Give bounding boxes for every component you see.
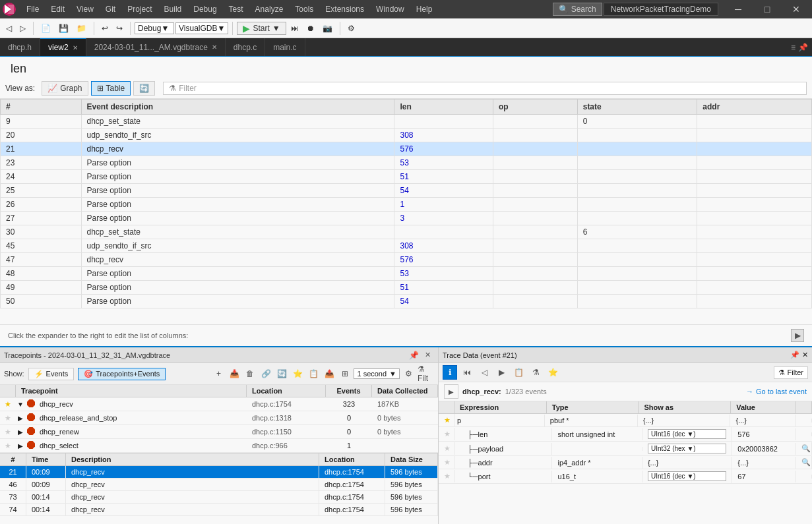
next-event-button[interactable]: ▶ [494, 365, 509, 380]
list-item[interactable]: 46 00:09 dhcp_recv dhcp.c:1754 596 bytes [0, 479, 438, 491]
save-all-button[interactable]: 💾 [55, 22, 72, 35]
star-cell[interactable]: ★ [439, 456, 454, 469]
menu-project[interactable]: Project [122, 2, 157, 16]
tab-list-icon[interactable]: ≡ [791, 43, 796, 52]
list-item[interactable]: 74 00:14 dhcp_recv dhcp.c:1754 596 bytes [0, 504, 438, 516]
data-table-scroll[interactable]: # Event description len op state addr 9d… [0, 99, 812, 324]
goto-last-button[interactable]: → Go to last event [746, 388, 807, 395]
menu-test[interactable]: Test [224, 2, 249, 16]
search-icon[interactable]: 🔍 [801, 444, 811, 452]
list-item[interactable]: ★ ▶ dhcp_release_and_stop dhcp.c:1318 0 … [0, 411, 438, 425]
table-row[interactable]: 25Parse option54 [1, 184, 812, 198]
minimize-button[interactable]: ─ [725, 0, 751, 18]
export-button[interactable]: 📤 [322, 366, 336, 381]
star-cell[interactable]: ★ [0, 398, 16, 411]
platform-dropdown[interactable]: VisualGDB ▼ [175, 22, 228, 34]
next-event2-button[interactable]: 📋 [511, 365, 526, 380]
trace-close-button[interactable]: ✕ [802, 351, 808, 359]
star-cell[interactable]: ★ [439, 442, 454, 455]
list-item[interactable]: ★ ▼ dhcp_recv dhcp.c:1754 323 187KB [0, 397, 438, 411]
table-view-button[interactable]: ⊞ Table [91, 81, 131, 96]
debug-config-dropdown[interactable]: Debug ▼ [135, 22, 174, 34]
back-button[interactable]: ◁ [3, 22, 15, 35]
list-item[interactable]: 21 00:09 dhcp_recv dhcp.c:1754 596 bytes [0, 466, 438, 479]
columns-button[interactable]: ⊞ [338, 366, 352, 381]
expand-cell[interactable]: ▶ [16, 413, 25, 424]
showas-cell[interactable]: UInt16 (dec ▼) [642, 427, 732, 441]
menu-window[interactable]: Window [371, 2, 410, 16]
search-cell[interactable]: 🔍 [796, 456, 812, 469]
showas-dropdown[interactable]: UInt16 (dec ▼) [648, 429, 726, 439]
trace-pin-icon[interactable]: 📌 [790, 351, 799, 359]
redo-button[interactable]: ↪ [113, 22, 126, 35]
forward-button[interactable]: ▷ [16, 22, 29, 35]
expand-cell[interactable]: ▶ [16, 440, 25, 451]
showas-dropdown[interactable]: UInt32 (hex ▼) [648, 444, 726, 453]
expand-all-button[interactable]: ▶ [444, 384, 458, 399]
table-row[interactable]: 9dhcp_set_state0 [1, 115, 812, 129]
refresh-tp-button[interactable]: 🔄 [274, 366, 289, 381]
table-row[interactable]: 50Parse option54 [1, 295, 812, 308]
star-cell[interactable]: ★ [0, 412, 16, 424]
camera-button[interactable]: 📷 [319, 22, 336, 35]
star-tp-button[interactable]: ⭐ [290, 366, 305, 381]
table-row[interactable]: 20udp_sendto_if_src308 [1, 129, 812, 142]
list-item[interactable]: 73 00:14 dhcp_recv dhcp.c:1754 596 bytes [0, 491, 438, 504]
menu-analyze[interactable]: Analyze [250, 2, 289, 16]
star-cell[interactable]: ★ [439, 428, 454, 440]
maximize-button[interactable]: □ [754, 0, 780, 18]
start-button[interactable]: ▶ Start ▼ [237, 22, 286, 35]
search-cell[interactable]: 🔍 [796, 442, 812, 455]
menu-extensions[interactable]: Extensions [320, 2, 369, 16]
list-item[interactable]: ★ ├─len short unsigned int UInt16 (dec ▼… [439, 427, 812, 442]
table-row[interactable]: 23Parse option53 [1, 156, 812, 170]
record-button[interactable]: ⏺ [303, 22, 318, 35]
tab-mainc[interactable]: main.c [265, 38, 305, 56]
list-item[interactable]: ★ ▶ dhcp_renew dhcp.c:1150 0 0 bytes [0, 425, 438, 439]
tab-vgdbtrace-close[interactable]: ✕ [212, 44, 217, 51]
pin-icon[interactable]: 📌 [409, 351, 419, 360]
add-tp-button[interactable]: + [211, 366, 226, 381]
table-row[interactable]: 27Parse option3 [1, 212, 812, 225]
view-filter[interactable]: ⚗ Filter [163, 82, 807, 95]
import-button[interactable]: 📥 [227, 366, 241, 381]
close-panel-button[interactable]: ✕ [422, 349, 434, 361]
table-row[interactable]: 26Parse option1 [1, 198, 812, 212]
list-item[interactable]: ★ ▶ dhcp_select dhcp.c:966 1 [0, 439, 438, 453]
step-over-button[interactable]: ⏭ [288, 22, 302, 35]
star-cell[interactable]: ★ [0, 426, 16, 438]
expand-cell[interactable]: ▼ [16, 399, 25, 410]
list-item[interactable]: ★ ├─addr ip4_addr * {...} {...} 🔍 [439, 456, 812, 469]
table-row[interactable]: 30dhcp_set_state6 [1, 225, 812, 239]
open-file-button[interactable]: 📁 [73, 22, 90, 35]
search-icon[interactable]: 🔍 [801, 458, 811, 466]
table-row[interactable]: 24Parse option51 [1, 170, 812, 184]
prev-event2-button[interactable]: ◁ [477, 365, 491, 380]
showas-cell[interactable]: UInt16 (dec ▼) [642, 469, 732, 483]
events-toggle[interactable]: ⚡ Events [28, 368, 75, 380]
undo-button[interactable]: ↩ [98, 22, 111, 35]
refresh-button[interactable]: 🔄 [133, 81, 155, 96]
menu-view[interactable]: View [71, 2, 99, 16]
menu-git[interactable]: Git [100, 2, 121, 16]
tab-view2[interactable]: view2 ✕ [40, 38, 86, 56]
star2-button[interactable]: ⭐ [546, 365, 560, 380]
trace-filter[interactable]: ⚗ Filter [774, 366, 808, 379]
new-file-button[interactable]: 📄 [38, 22, 54, 35]
tab-pin-icon[interactable]: 📌 [798, 43, 808, 52]
table-row[interactable]: 45udp_sendto_if_src308 [1, 239, 812, 253]
expand-cell[interactable]: ▶ [16, 426, 25, 438]
menu-debug[interactable]: Debug [188, 2, 222, 16]
star-cell[interactable]: ★ [439, 414, 454, 426]
tracepoints-toggle[interactable]: 🎯 Tracepoints+Events [78, 368, 166, 380]
menu-tools[interactable]: Tools [290, 2, 319, 16]
list-item[interactable]: ★ p pbuf * {...} {...} [439, 414, 812, 427]
menu-help[interactable]: Help [411, 2, 438, 16]
close-button[interactable]: ✕ [783, 0, 809, 18]
tab-dhcph[interactable]: dhcp.h [0, 38, 40, 56]
graph-view-button[interactable]: 📈 Graph [42, 81, 88, 96]
link-button[interactable]: 🔗 [259, 366, 273, 381]
settings2-button[interactable]: ⚙ [401, 366, 416, 381]
tab-vgdbtrace[interactable]: 2024-03-01_11..._AM.vgdbtrace ✕ [86, 38, 226, 56]
delete-tp-button[interactable]: 🗑 [243, 366, 257, 381]
